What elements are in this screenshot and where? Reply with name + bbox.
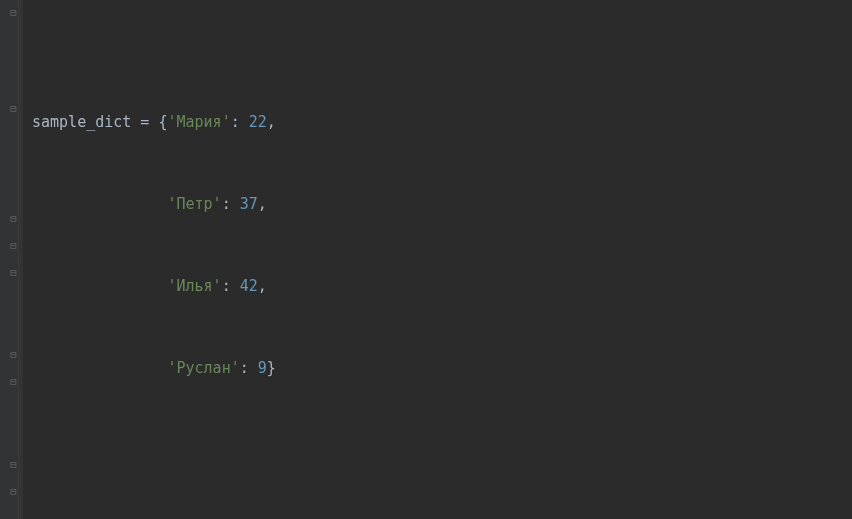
punct: :: [231, 113, 249, 131]
fold-open-icon[interactable]: ⊟: [8, 7, 19, 18]
indent-guide: [18, 0, 19, 519]
fold-region-icon[interactable]: ⊟: [8, 240, 19, 251]
punct: }: [267, 359, 276, 377]
identifier: sample_dict: [32, 113, 131, 131]
fold-region-icon[interactable]: ⊟: [8, 486, 19, 497]
operator: = {: [131, 113, 167, 131]
punct: :: [240, 359, 258, 377]
indent: [32, 359, 167, 377]
blank-line[interactable]: [32, 437, 852, 464]
string-literal: 'Илья': [167, 277, 221, 295]
number-literal: 9: [258, 359, 267, 377]
code-line[interactable]: sample_dict = {'Мария': 22,: [32, 109, 852, 136]
punct: ,: [258, 195, 267, 213]
indent: [32, 277, 167, 295]
number-literal: 42: [240, 277, 258, 295]
string-literal: 'Петр': [167, 195, 221, 213]
string-literal: 'Мария': [167, 113, 230, 131]
code-line[interactable]: 'Илья': 42,: [32, 273, 852, 300]
fold-region-icon[interactable]: ⊟: [8, 349, 19, 360]
fold-region-icon[interactable]: ⊟: [8, 267, 19, 278]
number-literal: 22: [249, 113, 267, 131]
fold-region-icon[interactable]: ⊟: [8, 213, 19, 224]
code-editor[interactable]: ⊟ ⊟ ⊟ ⊟ ⊟ ⊟ ⊟ ⊟ ⊟ sample_dict = {'Мария'…: [0, 0, 852, 519]
punct: :: [222, 277, 240, 295]
fold-close-icon[interactable]: ⊟: [8, 103, 19, 114]
punct: ,: [258, 277, 267, 295]
code-line[interactable]: 'Петр': 37,: [32, 191, 852, 218]
code-line[interactable]: 'Руслан': 9}: [32, 355, 852, 382]
indent: [32, 195, 167, 213]
string-literal: 'Руслан': [167, 359, 239, 377]
fold-region-icon[interactable]: ⊟: [8, 376, 19, 387]
punct: ,: [267, 113, 276, 131]
number-literal: 37: [240, 195, 258, 213]
gutter: ⊟ ⊟ ⊟ ⊟ ⊟ ⊟ ⊟ ⊟ ⊟: [0, 0, 23, 519]
fold-region-icon[interactable]: ⊟: [8, 459, 19, 470]
punct: :: [222, 195, 240, 213]
